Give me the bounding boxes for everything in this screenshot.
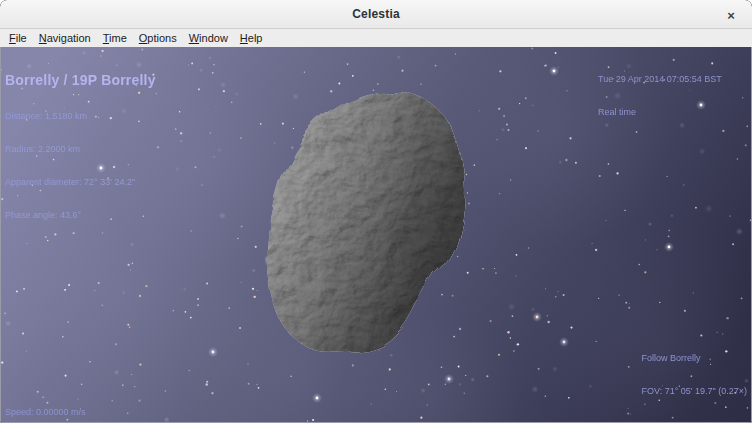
menu-item-window[interactable]: Window [185, 31, 232, 45]
menu-bar: FileNavigationTimeOptionsWindowHelp [0, 29, 752, 47]
menu-item-time[interactable]: Time [99, 31, 131, 45]
object-apparent-diameter: Apparent diameter: 72° 33' 24.2" [5, 177, 156, 188]
fov-text: FOV: 71° 05' 19.7" (0.27×) [642, 386, 748, 397]
menu-item-file[interactable]: File [5, 31, 31, 45]
celestia-window: Celestia × FileNavigationTimeOptionsWind… [0, 0, 752, 423]
time-panel: Tue 29 Apr 2014 07:05:54 BST Real time [598, 52, 722, 140]
speed-text: Speed: 0.00000 m/s [5, 407, 86, 418]
object-title: Borrelly / 19P Borrelly [5, 72, 156, 89]
object-info-panel: Borrelly / 19P Borrelly Distance: 1.5180… [5, 50, 156, 243]
tracking-panel: Follow Borrelly FOV: 71° 05' 19.7" (0.27… [642, 331, 748, 419]
comet-shape [268, 91, 463, 352]
object-radius: Radius: 2.2000 km [5, 144, 156, 155]
close-button[interactable]: × [720, 4, 742, 26]
object-phase-angle: Phase angle: 43.6° [5, 210, 156, 221]
object-distance: Distance: 1.5180 km [5, 111, 156, 122]
menu-item-options[interactable]: Options [135, 31, 181, 45]
close-icon: × [727, 8, 735, 23]
time-mode-text: Real time [598, 107, 722, 118]
datetime-text: Tue 29 Apr 2014 07:05:54 BST [598, 74, 722, 85]
window-title: Celestia [0, 7, 752, 21]
follow-status-text: Follow Borrelly [642, 353, 748, 364]
menu-item-help[interactable]: Help [236, 31, 267, 45]
menu-item-navigation[interactable]: Navigation [35, 31, 95, 45]
title-bar[interactable]: Celestia × [0, 0, 752, 29]
space-viewport[interactable]: Borrelly / 19P Borrelly Distance: 1.5180… [1, 47, 751, 422]
